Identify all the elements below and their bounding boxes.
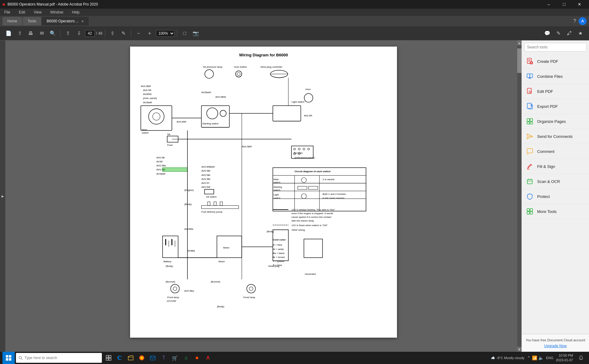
toolbar-separator-4 [177,30,177,37]
tab-home[interactable]: Home [2,17,22,25]
svg-rect-155 [527,122,529,124]
tool-more-tools[interactable]: More Tools [522,204,589,219]
taskbar-task-view[interactable] [103,352,114,364]
stamp-button[interactable]: ★ [576,28,585,38]
svg-rect-146 [527,74,530,78]
taskbar-outlook[interactable] [147,352,158,364]
tool-export-pdf-label: Export PDF [537,104,558,109]
cursor-tool-button[interactable]: ⇧ [108,28,117,38]
menu-file[interactable]: File [2,9,12,15]
svg-rect-86 [208,202,210,206]
svg-point-70 [302,178,306,183]
help-icon[interactable]: ? [573,18,576,24]
minimize-button[interactable]: – [542,0,556,9]
left-panel-toggle[interactable]: ▶ [0,40,6,352]
taskbar-search-input[interactable] [25,356,86,360]
taskbar-spotify[interactable]: ♫ [180,352,191,364]
scroll-thumb[interactable] [517,48,522,73]
svg-text:AV0.5W: AV0.5W [202,186,210,188]
notification-icon[interactable] [576,352,587,364]
pdf-viewer[interactable]: ▲ ▼ Wiring Diagram for B6000 Oil pressur… [6,40,522,352]
tool-comment[interactable]: Comment [522,144,589,159]
taskbar-search[interactable] [16,353,102,363]
keyboard-language[interactable]: ENG [546,356,553,360]
zoom-out-button[interactable]: − [134,28,144,38]
svg-text:switch: switch [142,131,149,134]
find-button[interactable]: 🔍 [48,28,58,38]
taskbar-teams[interactable]: T [158,352,169,364]
taskbar-store[interactable]: 🛒 [169,352,180,364]
taskbar-app7[interactable]: A [202,352,214,364]
zoom-select[interactable]: 50% 75% 100% 125% 150% 200% [156,30,175,37]
start-button[interactable] [2,352,15,364]
svg-text:AV0.5Br: AV0.5Br [202,174,211,176]
combine-files-icon [525,72,534,81]
menu-window[interactable]: Window [48,9,65,15]
taskbar-file-explorer[interactable] [125,352,136,364]
snapshot-button[interactable]: 📷 [191,28,201,38]
volume-icon[interactable]: 🔈 [538,355,544,360]
menu-help[interactable]: Help [70,9,82,15]
svg-rect-75 [309,186,318,189]
tool-protect[interactable]: Protect [522,189,589,204]
marquee-zoom-button[interactable]: □ [180,28,190,38]
tool-send-for-comments[interactable]: Send for Comments [522,129,589,144]
next-page-button[interactable]: ⇩ [74,28,84,38]
network-icon[interactable]: 📶 [532,355,537,360]
taskbar-app6[interactable]: ■ [191,352,202,364]
tool-scan-ocr[interactable]: Scan & OCR [522,174,589,189]
highlight-button[interactable]: 🖍 [564,28,574,38]
page-separator: / [96,31,97,36]
svg-point-17 [153,113,160,120]
datetime-display[interactable]: 10:50 PM 2023-01-07 [556,353,573,363]
comment-tool-button[interactable]: 💬 [542,28,552,38]
page-number-input[interactable] [85,30,95,37]
search-tools-input[interactable] [524,43,587,51]
weather-widget[interactable]: ☁️ -8°C Mostly cloudy [491,356,525,360]
hand-tool-button[interactable]: ✎ [119,28,129,38]
menu-edit[interactable]: Edit [17,9,27,15]
tool-export-pdf[interactable]: Export PDF [522,99,589,114]
tray-expand-icon[interactable]: ⌃ [527,355,531,360]
svg-text:Main: Main [273,178,279,181]
menu-view[interactable]: View [32,9,44,15]
pen-tool-button[interactable]: ✎ [553,28,563,38]
tool-edit-pdf[interactable]: Edit PDF [522,84,589,99]
pdf-scrollbar[interactable]: ▲ ▼ [517,40,522,352]
scroll-up-button[interactable]: ▲ [517,40,522,45]
close-button[interactable]: ✕ [572,0,587,9]
scroll-track[interactable] [517,45,522,347]
tool-fill-sign[interactable]: Fill & Sign [522,159,589,174]
share-button[interactable]: ⇧ [15,28,25,38]
tab-tools[interactable]: Tools [23,17,41,25]
email-button[interactable]: ✉ [37,28,47,38]
scroll-down-button[interactable]: ▼ [517,347,522,352]
svg-point-3 [205,70,214,78]
organize-pages-icon [525,117,534,126]
taskbar-edge[interactable] [114,352,125,364]
tool-combine-files[interactable]: Combine Files [522,69,589,84]
svg-rect-180 [150,356,155,360]
svg-text:(Instr. panel): (Instr. panel) [143,97,157,100]
prev-page-button[interactable]: ⇧ [63,28,73,38]
window-controls[interactable]: – □ ✕ [542,0,587,9]
user-avatar[interactable]: A [579,17,587,25]
upgrade-link[interactable]: Upgrade Now [525,344,585,348]
tool-create-pdf[interactable]: Create PDF [522,54,589,69]
tool-organize-pages[interactable]: Organize Pages [522,114,589,129]
svg-point-32 [304,93,313,102]
edit-pdf-icon [525,87,534,96]
svg-point-24 [207,108,218,119]
tab-document[interactable]: B6000 Operators ... ✕ [42,17,89,25]
create-button[interactable]: 📄 [4,28,13,38]
maximize-button[interactable]: □ [557,0,571,9]
svg-point-40 [303,148,305,150]
svg-rect-115 [304,239,323,258]
taskbar-firefox[interactable] [136,352,147,364]
svg-text:AV0.5B: AV0.5B [156,156,165,159]
zoom-in-button[interactable]: + [145,28,155,38]
svg-text:Front lamp: Front lamp [167,296,179,299]
tab-close-icon[interactable]: ✕ [81,20,84,23]
export-pdf-icon [525,102,534,111]
print-button[interactable]: 🖶 [26,28,36,38]
